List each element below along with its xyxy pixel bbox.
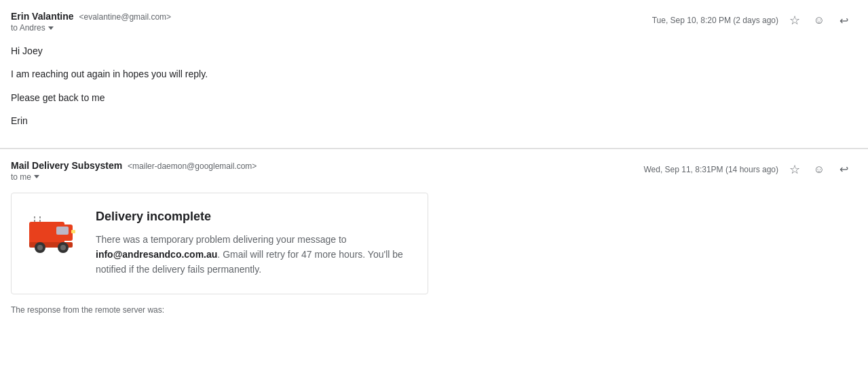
reply-icon-2: ↩ [839,163,848,176]
recipient-line-1: to Andres [11,23,171,33]
star-icon-1: ☆ [789,13,800,28]
recipient-line-2: to me [11,172,257,182]
email-meta-2: Wed, Sep 11, 8:31PM (14 hours ago) ☆ ☺ ↩ [643,161,852,178]
sender-name-line: Erin Valantine <evalantine@gmail.com> [11,11,171,22]
sender-info-1: Erin Valantine <evalantine@gmail.com> to… [11,11,171,33]
delivery-text-part1: There was a temporary problem delivering… [96,234,347,245]
body-signature-1: Erin [11,113,852,128]
email-meta-1: Tue, Sep 10, 8:20 PM (2 days ago) ☆ ☺ ↩ [652,12,852,28]
truck-icon-container [28,210,82,257]
star-button-1[interactable]: ☆ [787,12,803,28]
body-greeting-1: Hi Joey [11,43,852,58]
sender-name-2: Mail Delivery Subsystem [11,160,122,171]
delivery-text: There was a temporary problem delivering… [96,232,411,277]
sender-email-2: <mailer-daemon@googlemail.com> [128,161,257,171]
recipient-label-2: to me [11,172,31,182]
email-header-1: Erin Valantine <evalantine@gmail.com> to… [11,11,852,33]
svg-rect-2 [56,227,69,235]
response-label: The response from the remote server was: [11,305,164,315]
reply-button-2[interactable]: ↩ [835,161,852,178]
emoji-button-2[interactable]: ☺ [811,161,827,178]
email-block-2: Mail Delivery Subsystem <mailer-daemon@g… [0,149,868,326]
star-button-2[interactable]: ☆ [787,161,803,178]
emoji-icon-1: ☺ [814,14,825,26]
delivery-card: Delivery incomplete There was a temporar… [11,193,428,294]
timestamp-2: Wed, Sep 11, 8:31PM (14 hours ago) [643,165,778,174]
chevron-down-icon-1[interactable] [48,26,54,30]
body-line2-1: Please get back to me [11,90,852,105]
delivery-content: Delivery incomplete There was a temporar… [96,210,411,277]
email-body-1: Hi Joey I am reaching out again in hopes… [11,43,852,129]
response-line: The response from the remote server was: [11,305,852,315]
sender-email-1: <evalantine@gmail.com> [79,12,171,22]
star-icon-2: ☆ [789,162,800,177]
sender-name-1: Erin Valantine [11,11,74,22]
emoji-button-1[interactable]: ☺ [811,12,827,28]
reply-icon-1: ↩ [839,14,848,27]
email-block-1: Erin Valantine <evalantine@gmail.com> to… [0,0,868,149]
chevron-down-icon-2[interactable] [34,175,39,178]
email-thread: Erin Valantine <evalantine@gmail.com> to… [0,0,868,326]
timestamp-1: Tue, Sep 10, 8:20 PM (2 days ago) [652,16,778,25]
truck-icon [28,210,82,257]
reply-button-1[interactable]: ↩ [835,12,852,28]
body-line1-1: I am reaching out again in hopes you wil… [11,66,852,81]
sender-info-2: Mail Delivery Subsystem <mailer-daemon@g… [11,160,257,182]
svg-point-7 [60,245,66,250]
email-header-2: Mail Delivery Subsystem <mailer-daemon@g… [11,160,852,182]
emoji-icon-2: ☺ [814,163,825,176]
svg-rect-8 [71,230,75,233]
recipient-label-1: to Andres [11,23,45,33]
svg-point-5 [37,245,43,250]
delivery-title: Delivery incomplete [96,210,411,224]
sender-name-line-2: Mail Delivery Subsystem <mailer-daemon@g… [11,160,257,171]
delivery-email: info@andresandco.com.au [96,249,217,260]
